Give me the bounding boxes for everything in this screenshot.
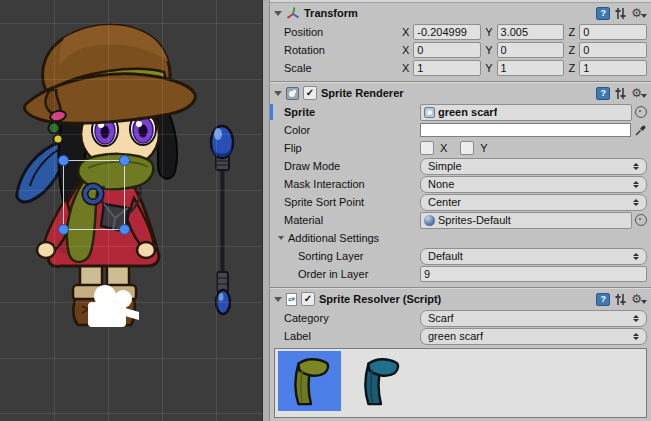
sprite-label: Sprite: [284, 106, 420, 118]
selection-handle: [59, 156, 69, 166]
sorting-layer-dropdown[interactable]: Default: [420, 248, 647, 265]
sprite-resolver-title: Sprite Resolver (Script): [319, 293, 441, 305]
dropdown-arrows-icon: [633, 253, 639, 260]
selection-handle: [120, 225, 130, 235]
foldout-arrow-icon[interactable]: [274, 91, 282, 96]
eyedropper-icon[interactable]: [634, 124, 647, 137]
selection-handle: [120, 156, 130, 166]
position-y-field[interactable]: [497, 24, 565, 40]
component-enabled-checkbox[interactable]: [303, 86, 317, 100]
scale-x-field[interactable]: [413, 60, 481, 76]
position-z-field[interactable]: [579, 24, 647, 40]
category-label: Category: [284, 312, 420, 324]
rotation-x-field[interactable]: [413, 42, 481, 58]
dropdown-arrows-icon: [633, 333, 639, 340]
panel-splitter[interactable]: [262, 0, 270, 421]
category-dropdown[interactable]: Scarf: [420, 310, 647, 327]
draw-mode-row: Draw Mode Simple: [270, 157, 651, 175]
axis-z-label: Z: [566, 26, 577, 38]
script-icon: c#: [286, 293, 297, 306]
sprite-renderer-header[interactable]: Sprite Renderer ? ⚙: [270, 83, 651, 103]
preset-icon[interactable]: [614, 7, 627, 20]
rotation-row: Rotation X Y Z: [270, 41, 651, 59]
axis-y-label: Y: [483, 26, 494, 38]
label-dropdown[interactable]: green scarf: [420, 328, 647, 345]
sprite-variant-panel: [274, 348, 647, 418]
material-sphere-icon: [424, 215, 435, 226]
object-picker-icon[interactable]: [635, 106, 647, 118]
transform-title: Transform: [304, 7, 358, 19]
axis-y-label: Y: [483, 62, 494, 74]
scale-y-field[interactable]: [497, 60, 565, 76]
flip-y-label: Y: [477, 142, 497, 154]
material-value: Sprites-Default: [438, 214, 511, 226]
preset-icon[interactable]: [614, 87, 627, 100]
axis-y-label: Y: [483, 44, 494, 56]
additional-settings-label: Additional Settings: [284, 232, 379, 244]
scene-canvas: [0, 0, 262, 421]
sprite-renderer-title: Sprite Renderer: [321, 87, 404, 99]
preset-icon[interactable]: [614, 293, 627, 306]
sprite-sort-point-dropdown[interactable]: Center: [420, 194, 647, 211]
object-picker-icon[interactable]: [635, 214, 647, 226]
transform-icon: [286, 6, 300, 20]
label-row: Label green scarf: [270, 327, 651, 345]
dropdown-arrows-icon: [633, 163, 639, 170]
flip-x-checkbox[interactable]: [420, 141, 434, 155]
sprite-renderer-component: Sprite Renderer ? ⚙ Sprite green scarf: [270, 83, 651, 283]
selection-handle: [59, 225, 69, 235]
foldout-arrow-icon[interactable]: [274, 11, 282, 16]
sprite-resolver-component: c# Sprite Resolver (Script) ? ⚙ Category…: [270, 289, 651, 418]
help-icon[interactable]: ?: [596, 293, 610, 306]
order-in-layer-field[interactable]: [420, 266, 647, 282]
flip-y-checkbox[interactable]: [460, 141, 474, 155]
scale-z-field[interactable]: [579, 60, 647, 76]
material-row: Material Sprites-Default: [270, 211, 651, 229]
gear-icon[interactable]: ⚙: [631, 87, 647, 100]
position-x-field[interactable]: [413, 24, 481, 40]
green-scarf-image: [285, 353, 335, 409]
foldout-arrow-icon[interactable]: [274, 297, 282, 302]
material-object-field[interactable]: Sprites-Default: [420, 212, 632, 229]
color-swatch[interactable]: [420, 123, 631, 137]
flip-label: Flip: [284, 142, 420, 154]
sprite-renderer-icon: [286, 87, 299, 100]
axis-x-label: X: [400, 62, 411, 74]
dropdown-arrows-icon: [633, 315, 639, 322]
rotation-label: Rotation: [284, 44, 400, 56]
transform-header[interactable]: Transform ? ⚙: [270, 3, 651, 23]
component-enabled-checkbox[interactable]: [301, 292, 315, 306]
sprite-resolver-header[interactable]: c# Sprite Resolver (Script) ? ⚙: [270, 289, 651, 309]
inspector-panel: Transform ? ⚙ Position X Y Z: [270, 0, 651, 421]
sorting-layer-label: Sorting Layer: [298, 250, 420, 262]
prefab-override-indicator: [270, 104, 273, 120]
rotation-z-field[interactable]: [579, 42, 647, 58]
axis-z-label: Z: [566, 62, 577, 74]
scale-label: Scale: [284, 62, 400, 74]
dropdown-arrows-icon: [633, 199, 639, 206]
axis-x-label: X: [400, 44, 411, 56]
thumbnail-green-scarf[interactable]: [278, 351, 341, 411]
help-icon[interactable]: ?: [596, 7, 610, 20]
sprite-sort-point-label: Sprite Sort Point: [284, 196, 420, 208]
help-icon[interactable]: ?: [596, 87, 610, 100]
rotation-y-field[interactable]: [497, 42, 565, 58]
draw-mode-label: Draw Mode: [284, 160, 420, 172]
axis-x-label: X: [400, 26, 411, 38]
sprite-sort-point-row: Sprite Sort Point Center: [270, 193, 651, 211]
position-label: Position: [284, 26, 400, 38]
mask-interaction-row: Mask Interaction None: [270, 175, 651, 193]
draw-mode-dropdown[interactable]: Simple: [420, 158, 647, 175]
sprite-object-field[interactable]: green scarf: [420, 104, 632, 121]
mask-interaction-label: Mask Interaction: [284, 178, 420, 190]
gear-icon[interactable]: ⚙: [631, 7, 647, 20]
label-label: Label: [284, 330, 420, 342]
thumbnail-blue-scarf[interactable]: [348, 351, 411, 411]
mask-interaction-dropdown[interactable]: None: [420, 176, 647, 193]
axis-z-label: Z: [566, 44, 577, 56]
component-divider: [270, 283, 651, 289]
sprite-value: green scarf: [438, 106, 497, 118]
gear-icon[interactable]: ⚙: [631, 293, 647, 306]
scene-view[interactable]: [0, 0, 262, 421]
position-row: Position X Y Z: [270, 23, 651, 41]
